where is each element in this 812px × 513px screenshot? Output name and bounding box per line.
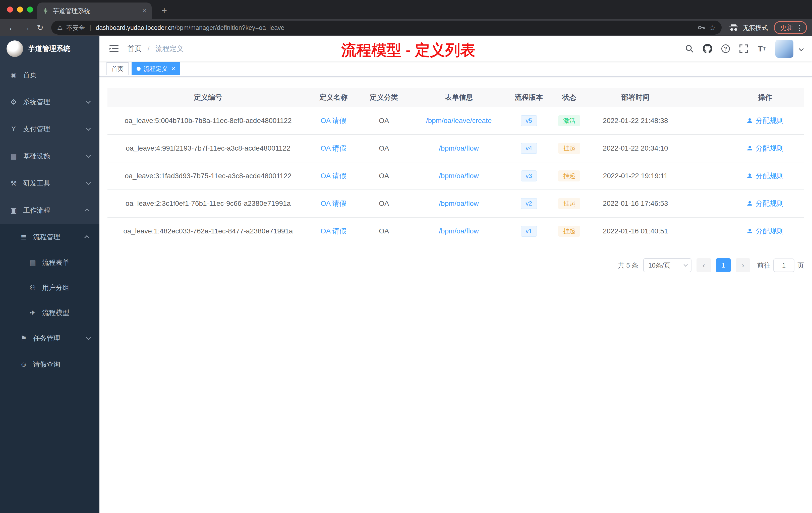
help-icon[interactable]: ? [718,41,733,56]
github-icon[interactable] [700,41,715,56]
assign-rule-link[interactable]: 分配规则 [747,144,784,153]
page-size-select[interactable]: 10条/页 [643,258,692,272]
user-avatar[interactable] [775,40,793,58]
tools-icon: ⚒ [9,179,18,187]
prev-page-button[interactable]: ‹ [696,258,711,272]
form-info-link[interactable]: /bpm/oa/flow [439,172,479,180]
filler-cell [682,190,726,217]
filler-cell [682,134,726,162]
fullscreen-icon[interactable] [736,41,751,56]
bookmark-star-icon[interactable]: ☆ [709,23,716,32]
form-info-link[interactable]: /bpm/oa/flow [439,227,479,235]
browser-menu-icon[interactable]: ⋮ [796,23,804,32]
definition-name-link[interactable]: OA 请假 [321,172,347,180]
filler-cell [682,162,726,190]
browser-titlebar: 芋道管理系统 × + [0,0,812,19]
definition-name-link[interactable]: OA 请假 [321,227,347,235]
tasks-icon: ⚑ [19,334,28,342]
address-bar[interactable]: ⚠ 不安全 | dashboard.yudao.iocoder.cn/bpm/m… [51,21,722,35]
goto-page-input[interactable] [773,259,794,272]
table-row: oa_leave:3:1fad3d93-7b75-11ec-a3c8-acde4… [108,162,804,190]
sidebar-item-workflow[interactable]: ▣ 工作流程 [0,197,99,224]
sidebar-item-process-model[interactable]: ✈ 流程模型 [0,300,99,325]
assign-rule-link[interactable]: 分配规则 [747,116,784,125]
sidebar-item-payment-mgmt[interactable]: ¥ 支付管理 [0,116,99,143]
view-tag[interactable]: 首页 × [107,62,128,75]
hamburger-icon[interactable] [107,41,121,56]
breadcrumb-current: 流程定义 [155,45,183,53]
sidebar-item-process-mgmt[interactable]: ≣ 流程管理 [0,224,99,250]
form-icon: ▤ [28,259,37,267]
status-badge: 挂起 [558,171,580,181]
sidebar-item-home[interactable]: ◉ 首页 [0,61,99,88]
chevron-down-icon [86,180,91,185]
sidebar-item-user-group[interactable]: ⚇ 用户分组 [0,275,99,300]
close-window-button[interactable] [7,6,13,12]
definition-name-link[interactable]: OA 请假 [321,144,347,152]
sidebar-item-infrastructure[interactable]: ▦ 基础设施 [0,143,99,170]
assign-rule-link[interactable]: 分配规则 [747,199,784,208]
form-info-link[interactable]: /bpm/oa/flow [439,200,479,207]
tab-title: 芋道管理系统 [53,7,138,15]
app-title: 芋道管理系统 [28,44,70,54]
form-info-link[interactable]: /bpm/oa/flow [439,144,479,152]
page-1-button[interactable]: 1 [716,258,731,272]
table-row: oa_leave:5:004b710b-7b8a-11ec-8ef0-acde4… [108,107,804,134]
breadcrumb: 首页 / 流程定义 [127,44,183,54]
tab-close-icon[interactable]: × [142,7,147,14]
col-actions: 操作 [726,88,804,107]
avatar-caret-icon[interactable] [799,46,804,51]
definition-id: oa_leave:3:1fad3d93-7b75-11ec-a3c8-acde4… [108,162,309,190]
infra-icon: ▦ [9,152,18,160]
send-icon: ✈ [28,309,37,317]
maximize-window-button[interactable] [27,6,33,12]
definition-category: OA [358,107,410,134]
version-badge: v5 [521,115,537,126]
new-tab-button[interactable]: + [158,4,171,17]
definition-name-link[interactable]: OA 请假 [321,117,347,124]
version-badge: v4 [521,143,537,154]
sidebar-header: 芋道管理系统 [0,36,99,61]
chevron-up-icon [84,235,89,240]
incognito-icon [729,24,739,32]
page-content: 定义编号 定义名称 定义分类 表单信息 流程版本 状态 部署时间 操作 oa_l… [99,77,812,513]
app-navbar: 首页 / 流程定义 流程模型 - 定义列表 ? [99,36,812,61]
version-badge: v3 [521,171,537,181]
definition-name-link[interactable]: OA 请假 [321,200,347,207]
view-tag[interactable]: 流程定义 × [132,62,180,75]
sidebar-item-task-mgmt[interactable]: ⚑ 任务管理 [0,325,99,351]
password-key-icon[interactable] [697,24,705,32]
assign-rule-link[interactable]: 分配规则 [747,171,784,181]
yen-icon: ¥ [9,125,18,133]
next-page-button[interactable]: › [736,258,750,272]
search-icon[interactable] [682,41,697,56]
back-button[interactable]: ← [5,21,19,35]
sidebar-item-leave-query[interactable]: ☺ 请假查询 [0,351,99,378]
assign-rule-link[interactable]: 分配规则 [747,227,784,236]
deploy-time: 2022-01-22 19:19:11 [589,162,682,190]
forward-button[interactable]: → [19,21,33,35]
sidebar-item-dev-tools[interactable]: ⚒ 研发工具 [0,170,99,197]
status-badge: 挂起 [558,198,580,209]
update-button[interactable]: 更新 ⋮ [774,21,807,34]
tag-close-icon[interactable]: × [171,65,175,72]
breadcrumb-home[interactable]: 首页 [127,45,142,53]
minimize-window-button[interactable] [17,6,23,12]
browser-tab[interactable]: 芋道管理系统 × [37,2,152,19]
sidebar-item-system-mgmt[interactable]: ⚙ 系统管理 [0,88,99,116]
deploy-time: 2022-01-16 17:46:53 [589,190,682,217]
chevron-down-icon [86,126,91,131]
form-info-link[interactable]: /bpm/oa/leave/create [426,117,492,124]
definition-category: OA [358,134,410,162]
sidebar-item-process-form[interactable]: ▤ 流程表单 [0,250,99,275]
refresh-button[interactable]: ↻ [33,21,47,35]
definition-category: OA [358,217,410,245]
deploy-time: 2022-01-16 01:40:51 [589,217,682,245]
deploy-time: 2022-01-22 20:34:10 [589,134,682,162]
table-row: oa_leave:1:482ec033-762a-11ec-8477-a2380… [108,217,804,245]
definition-id: oa_leave:2:3c1f0ef1-76b1-11ec-9c66-a2380… [108,190,309,217]
security-label[interactable]: 不安全 [66,24,85,32]
font-size-icon[interactable]: TT [754,41,769,56]
col-filler [682,88,726,107]
browser-toolbar: ← → ↻ ⚠ 不安全 | dashboard.yudao.iocoder.cn… [0,19,812,36]
